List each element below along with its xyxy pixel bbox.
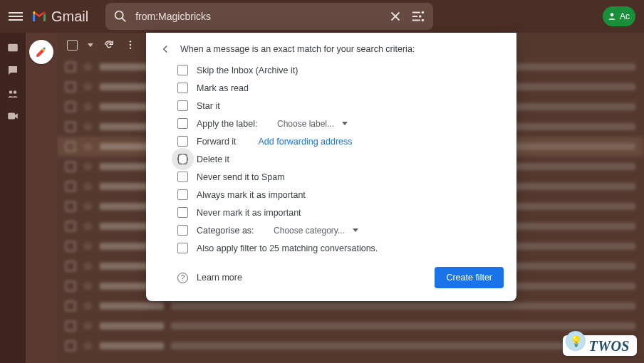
mail-app-icon[interactable] — [6, 41, 19, 54]
checkbox-icon[interactable] — [177, 154, 188, 164]
svg-point-10 — [14, 90, 17, 94]
main-menu-icon[interactable] — [9, 9, 23, 23]
mail-row[interactable]: ☆ — [57, 316, 644, 336]
svg-rect-11 — [8, 113, 15, 120]
app-name: Gmail — [51, 9, 88, 25]
checkbox-icon[interactable] — [177, 189, 188, 200]
search-options-icon[interactable] — [410, 9, 426, 24]
help-icon[interactable]: ? — [177, 273, 188, 283]
learn-more-link[interactable]: Learn more — [197, 273, 242, 283]
option-also-apply[interactable]: Also apply filter to 25 matching convers… — [159, 239, 504, 257]
option-never-spam[interactable]: Never send it to Spam — [159, 168, 504, 186]
mail-row[interactable]: ☆ — [57, 336, 644, 356]
option-delete[interactable]: Delete it — [159, 150, 504, 168]
lightbulb-icon: 💡 — [566, 331, 586, 351]
checkbox-icon[interactable] — [177, 172, 188, 182]
create-filter-dialog: When a message is an exact match for you… — [146, 33, 516, 301]
option-categorise[interactable]: Categorise as: Choose category... — [159, 221, 504, 239]
search-icon[interactable] — [113, 9, 128, 24]
checkbox-icon[interactable] — [177, 207, 188, 218]
svg-point-4 — [422, 11, 425, 14]
create-filter-button[interactable]: Create filter — [435, 267, 504, 288]
clear-search-icon[interactable] — [388, 9, 403, 24]
chevron-down-icon — [342, 122, 348, 125]
select-all-dropdown-icon[interactable] — [88, 43, 93, 47]
gmail-sidebar — [26, 33, 57, 363]
account-button[interactable]: Ac — [603, 6, 635, 26]
checkbox-icon[interactable] — [177, 100, 188, 111]
chat-app-icon[interactable] — [6, 64, 19, 77]
main-pane: ☆ ☆ ☆ ☆ ☆ ☆ ☆ ☆ ☆ ☆ ☆ ☆ ☆ ☆ ☆ When a mes… — [57, 33, 644, 363]
svg-rect-8 — [8, 44, 18, 52]
svg-point-6 — [422, 19, 425, 22]
select-all-checkbox[interactable] — [67, 40, 78, 51]
label-dropdown[interactable]: Choose label... — [277, 119, 348, 129]
gmail-logo[interactable]: Gmail — [30, 8, 88, 25]
option-apply-label[interactable]: Apply the label: Choose label... — [159, 115, 504, 132]
chevron-down-icon — [353, 228, 358, 232]
option-mark-read[interactable]: Mark as read — [159, 79, 504, 97]
svg-point-0 — [115, 11, 123, 19]
compose-button[interactable] — [29, 40, 53, 64]
checkbox-icon[interactable] — [177, 83, 188, 93]
svg-point-5 — [419, 15, 422, 18]
spaces-app-icon[interactable] — [6, 87, 19, 100]
dialog-intro: When a message is an exact match for you… — [180, 44, 415, 54]
more-icon[interactable] — [125, 39, 136, 51]
svg-point-12 — [130, 41, 131, 42]
back-arrow-icon[interactable] — [159, 43, 172, 56]
gmail-header: Gmail Ac — [0, 0, 644, 33]
svg-point-9 — [9, 90, 13, 94]
refresh-icon[interactable] — [103, 39, 115, 51]
option-always-important[interactable]: Always mark it as important — [159, 186, 504, 204]
search-bar — [105, 3, 433, 30]
checkbox-icon[interactable] — [177, 243, 188, 253]
svg-point-14 — [130, 47, 131, 48]
option-forward[interactable]: Forward it Add forwarding address — [159, 132, 504, 150]
search-input[interactable] — [135, 11, 380, 22]
checkbox-icon[interactable] — [177, 136, 188, 147]
checkbox-icon[interactable] — [177, 118, 188, 129]
svg-point-7 — [611, 13, 614, 16]
option-star-it[interactable]: Star it — [159, 97, 504, 115]
option-skip-inbox[interactable]: Skip the Inbox (Archive it) — [159, 61, 504, 79]
option-never-important[interactable]: Never mark it as important — [159, 204, 504, 221]
svg-point-13 — [130, 44, 131, 46]
watermark-logo: 💡 TWOS — [563, 335, 637, 356]
svg-line-1 — [123, 18, 126, 21]
checkbox-icon[interactable] — [177, 225, 188, 236]
app-left-rail — [0, 33, 26, 363]
category-dropdown[interactable]: Choose category... — [274, 226, 358, 236]
meet-app-icon[interactable] — [6, 110, 19, 122]
add-forwarding-link[interactable]: Add forwarding address — [259, 137, 353, 147]
checkbox-icon[interactable] — [177, 65, 188, 75]
